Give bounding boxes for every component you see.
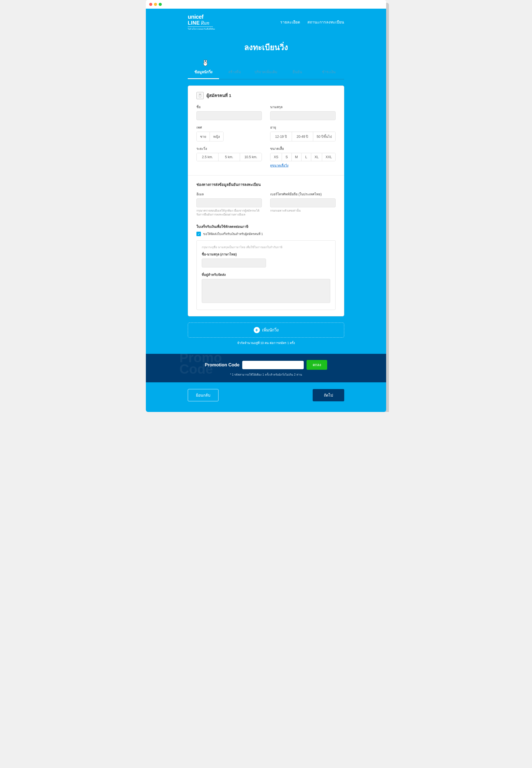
address-label: ที่อยู่สำหรับจัดส่ง (202, 272, 330, 277)
svg-point-6 (199, 94, 200, 95)
receipt-box: กรุณาระบุชื่อ นามสกุลเป็นภาษาไทย เพื่อใช… (196, 240, 336, 310)
receipt-checkbox[interactable]: ✓ (196, 232, 201, 236)
logo-tagline: วิ่งด้วยใจจากปลอด/รับเพื่อที่เทียม (188, 27, 215, 30)
receipt-checkbox-label: ขอให้จัดส่งใบเสร็จรับเงินสำหรับผู้สมัครค… (203, 231, 263, 236)
tab-confirm[interactable]: ยืนยัน (282, 66, 313, 79)
phone-helper: กรอกเฉพาะตัวเลขเท่านั้น (270, 209, 336, 213)
bunny-mascot-icon (202, 60, 209, 67)
promo-input[interactable] (242, 361, 304, 369)
promo-submit-button[interactable]: ตกลง (307, 360, 327, 370)
shirt-size-link[interactable]: ดูขนาดเสื้อวิ่ง (270, 163, 288, 168)
tab-payment[interactable]: ชำระเงิน (313, 66, 344, 79)
distance-segment: 2.5 km. 5 km. 10.5 km. (196, 153, 262, 161)
lastname-input[interactable] (270, 111, 336, 120)
promo-label: Promotion Code (205, 362, 239, 368)
tab-runner-info[interactable]: ข้อมูลนักวิ่ง (188, 66, 219, 79)
receipt-section-title: ใบเสร็จรับเงินเพื่อใช้หักลดหย่อนภาษี (196, 224, 336, 229)
size-xl[interactable]: XL (311, 153, 322, 161)
distance-2-5[interactable]: 2.5 km. (197, 153, 219, 161)
email-helper: กรุณาตรวจสอบอีเมลให้ถูกต้อง เนื่องจากผู้… (196, 209, 262, 217)
limit-note: จำกัดจำนวนอยู่ที่ 10 คน ต่อการสมัคร 1 คร… (188, 340, 344, 354)
gender-male[interactable]: ชาย (197, 132, 210, 141)
thai-name-input[interactable] (202, 259, 266, 267)
logo: unicef LINE Run วิ่งด้วยใจจากปลอด/รับเพื… (188, 14, 215, 30)
age-12-19[interactable]: 12-19 ปี (270, 132, 292, 141)
shirt-segment: XS S M L XL XXL (270, 153, 336, 161)
distance-5[interactable]: 5 km. (219, 153, 240, 161)
distance-10-5[interactable]: 10.5 km. (240, 153, 262, 161)
size-xxl[interactable]: XXL (322, 153, 335, 161)
contact-section-title: ช่องทางการส่งข้อมูลยืนยันการลงทะเบียน (196, 182, 336, 188)
gender-label: เพศ (196, 125, 262, 130)
plus-icon: + (254, 327, 260, 333)
size-xs[interactable]: XS (270, 153, 282, 161)
phone-input[interactable] (270, 198, 336, 207)
form-card: ผู้สมัครคนที่ 1 ชื่อ นามสกุล (188, 86, 344, 316)
email-label: อีเมล (196, 191, 262, 197)
firstname-input[interactable] (196, 111, 262, 120)
step-tabs: ข้อมูลนักวิ่ง สร้างทีม บริจาคเพิ่มเติม ย… (188, 66, 344, 79)
age-20-49[interactable]: 20-49 ปี (292, 132, 313, 141)
promo-section: Promo Code Promotion Code ตกลง * 1 รหัสส… (146, 354, 386, 382)
age-50-plus[interactable]: 50 ปีขึ้นไป (313, 132, 335, 141)
shirt-label: ขนาดเสื้อ (270, 146, 336, 151)
window-min-dot[interactable] (154, 3, 157, 6)
tab-create-team[interactable]: สร้างทีม (219, 66, 250, 79)
distance-label: ระยะวิ่ง (196, 146, 262, 151)
add-runner-button[interactable]: + เพิ่มนักวิ่ง (188, 323, 344, 338)
page-title: ลงทะเบียนวิ่ง (188, 33, 344, 59)
top-nav: รายละเอียด สถานะการลงทะเบียน (280, 19, 344, 25)
gender-segment: ชาย หญิง (196, 132, 224, 141)
age-segment: 12-19 ปี 20-49 ปี 50 ปีขึ้นไป (270, 132, 336, 141)
window-max-dot[interactable] (159, 3, 162, 6)
size-s[interactable]: S (282, 153, 292, 161)
gender-female[interactable]: หญิง (210, 132, 223, 141)
logo-line2: LINE Run (188, 20, 215, 26)
promo-note: * 1 รหัสสามารถใช้ได้เพียง 1 ครั้ง สำหรับ… (146, 373, 386, 377)
email-input[interactable] (196, 198, 262, 207)
svg-point-5 (199, 95, 201, 97)
svg-point-3 (205, 63, 205, 64)
svg-point-4 (206, 63, 206, 64)
phone-label: เบอร์โทรศัพท์มือถือ (ในประเทศไทย) (270, 191, 336, 197)
size-m[interactable]: M (292, 153, 301, 161)
browser-titlebar (146, 0, 386, 9)
applicant-title: ผู้สมัครคนที่ 1 (206, 92, 231, 99)
nav-details[interactable]: รายละเอียด (280, 19, 300, 25)
tab-donate[interactable]: บริจาคเพิ่มเติม (250, 66, 282, 79)
age-label: อายุ (270, 125, 336, 130)
back-button[interactable]: ย้อนกลับ (188, 389, 219, 401)
address-textarea[interactable] (202, 279, 330, 303)
svg-point-1 (204, 60, 205, 62)
next-button[interactable]: ถัดไป (313, 389, 344, 401)
svg-point-7 (200, 94, 201, 95)
lastname-label: นามสกุล (270, 104, 336, 110)
applicant-avatar-icon (196, 92, 204, 99)
logo-line1: unicef (188, 14, 215, 20)
size-l[interactable]: L (301, 153, 311, 161)
window-close-dot[interactable] (149, 3, 152, 6)
receipt-hint: กรุณาระบุชื่อ นามสกุลเป็นภาษาไทย เพื่อใช… (202, 245, 330, 249)
thai-name-label: ชื่อ-นามสกุล (ภาษาไทย) (202, 252, 330, 257)
nav-status[interactable]: สถานะการลงทะเบียน (307, 19, 344, 25)
add-runner-label: เพิ่มนักวิ่ง (262, 327, 279, 333)
svg-point-2 (206, 60, 207, 62)
firstname-label: ชื่อ (196, 104, 262, 110)
